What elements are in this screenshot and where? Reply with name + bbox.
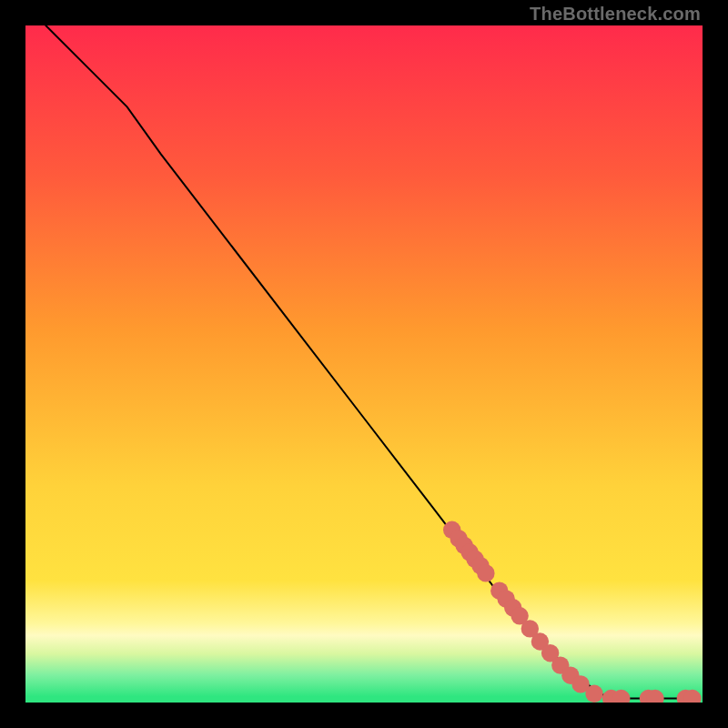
data-marker <box>585 685 602 703</box>
data-marker <box>477 564 494 581</box>
bottleneck-curve-chart <box>25 25 703 703</box>
watermark-text: TheBottleneck.com <box>530 4 701 25</box>
gradient-background <box>25 25 703 703</box>
